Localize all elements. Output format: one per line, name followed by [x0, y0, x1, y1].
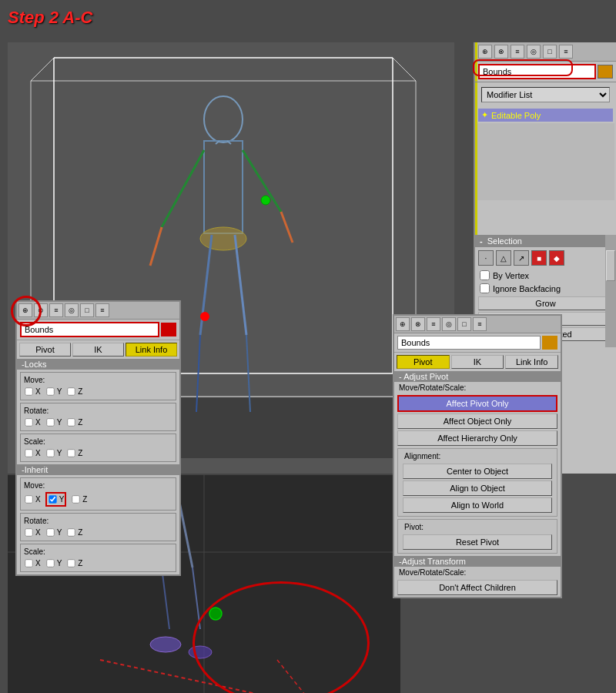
move-rotate-scale2-label: Move/Rotate/Scale: [394, 567, 561, 578]
locks-rotate-y-cb[interactable] [46, 418, 54, 426]
mp-toolbar-icon-4[interactable]: ◎ [442, 317, 456, 331]
locks-rotate-z-cb[interactable] [68, 418, 75, 426]
locks-move-x-cb[interactable] [25, 387, 32, 395]
sel-icon-dot[interactable]: · [478, 250, 494, 266]
scrollbar-thumb[interactable] [606, 250, 615, 281]
lp-toolbar-icon-3[interactable]: ≡ [49, 303, 63, 317]
toolbar-icon-5[interactable]: □ [543, 45, 557, 59]
locks-rotate-z: Z [66, 417, 82, 427]
mid-tab-pivot[interactable]: Pivot [397, 355, 450, 369]
tab-ik[interactable]: IK [72, 343, 124, 357]
inherit-scale-label: Scale: [24, 547, 172, 556]
tab-link-info[interactable]: Link Info [126, 343, 177, 357]
bounds-input-right[interactable]: Bounds [478, 64, 596, 79]
lp-toolbar-icon-1[interactable]: ⊕ [18, 303, 32, 317]
inherit-move-y-cb[interactable] [49, 495, 56, 503]
inherit-scale-x: X [24, 558, 41, 568]
affect-hierarchy-only-btn[interactable]: Affect Hierarchy Only [397, 430, 557, 446]
mid-panel-toolbar: ⊕ ⊗ ≡ ◎ □ ≡ [394, 316, 561, 333]
sel-icon-sq[interactable]: ■ [531, 250, 547, 266]
svg-rect-15 [204, 141, 243, 233]
toolbar-icon-6[interactable]: ≡ [559, 45, 573, 59]
locks-rotate-group: Rotate: X Y Z [20, 403, 176, 431]
lp-toolbar-icon-5[interactable]: □ [80, 303, 94, 317]
locks-scale-z-cb[interactable] [68, 449, 75, 457]
locks-scale-y-cb[interactable] [46, 449, 54, 457]
locks-scale-x: X [24, 448, 41, 458]
inherit-label: Inherit [25, 465, 49, 474]
locks-move-z-cb[interactable] [68, 387, 75, 395]
lp-toolbar-icon-6[interactable]: ≡ [95, 303, 109, 317]
inherit-scale-z-cb[interactable] [68, 559, 75, 567]
left-bounds-input[interactable] [20, 322, 159, 337]
mp-toolbar-icon-5[interactable]: □ [457, 317, 471, 331]
inherit-scale-y: Y [45, 558, 62, 568]
sel-icon-tri[interactable]: △ [496, 250, 511, 266]
locks-rotate-label: Rotate: [24, 407, 172, 415]
reset-pivot-btn[interactable]: Reset Pivot [403, 534, 552, 550]
inherit-rotate-label: Rotate: [24, 517, 172, 525]
selection-minus: - [480, 236, 483, 246]
inherit-rotate-group: Rotate: X Y Z [20, 513, 176, 541]
align-to-world-btn[interactable]: Align to World [403, 497, 552, 513]
adjust-transform-label: Adjust Transform [402, 557, 466, 566]
lp-toolbar-icon-2[interactable]: ⊗ [34, 303, 48, 317]
modifier-list-container: Modifier List [475, 82, 616, 107]
toolbar-icon-2[interactable]: ⊗ [494, 45, 508, 59]
toolbar-icon-3[interactable]: ≡ [511, 45, 524, 59]
locks-scale-group: Scale: X Y Z [20, 434, 176, 462]
mp-toolbar-icon-2[interactable]: ⊗ [411, 317, 425, 331]
inherit-rotate-y-cb[interactable] [46, 528, 54, 536]
svg-point-35 [150, 637, 181, 652]
tab-pivot[interactable]: Pivot [19, 343, 71, 357]
inherit-scale-x-cb[interactable] [25, 559, 32, 567]
modifier-list-dropdown[interactable]: Modifier List [481, 87, 610, 102]
mp-toolbar-icon-3[interactable]: ≡ [427, 317, 440, 331]
locks-scale-x-cb[interactable] [25, 449, 32, 457]
svg-line-22 [196, 335, 200, 412]
ignore-backfacing-checkbox[interactable] [480, 283, 490, 293]
inherit-move-x-cb[interactable] [25, 495, 32, 503]
editable-poly-item[interactable]: ✦ Editable Poly [478, 109, 613, 122]
ignore-backfacing-row: Ignore Backfacing [475, 282, 616, 295]
locks-move-y-cb[interactable] [46, 387, 54, 395]
affect-pivot-only-btn[interactable]: Affect Pivot Only [397, 395, 557, 412]
inherit-scale-y-cb[interactable] [46, 559, 54, 567]
lp-toolbar-icon-4[interactable]: ◎ [65, 303, 79, 317]
align-to-object-btn[interactable]: Align to Object [403, 480, 552, 496]
toolbar-icon-1[interactable]: ⊕ [478, 45, 492, 59]
by-vertex-row: By Vertex [475, 269, 616, 282]
mp-toolbar-icon-6[interactable]: ≡ [473, 317, 487, 331]
mid-tab-link-info[interactable]: Link Info [505, 355, 558, 369]
mid-bounds-input[interactable]: Bounds [397, 336, 541, 350]
inherit-move-z-cb[interactable] [72, 495, 80, 503]
main-viewport: Step 2 A-C [0, 0, 616, 693]
grow-button[interactable]: Grow [478, 296, 613, 310]
toolbar-icon-4[interactable]: ◎ [527, 45, 541, 59]
inherit-rotate-y: Y [45, 527, 62, 537]
mid-tab-ik[interactable]: IK [451, 355, 504, 369]
inherit-move-x: X [24, 494, 41, 504]
right-scrollbar[interactable] [605, 235, 616, 347]
bounds-field-right: Bounds [475, 62, 616, 82]
sel-icon-poly[interactable]: ◆ [549, 250, 564, 266]
mid-tab-row: Pivot IK Link Info [394, 353, 561, 371]
editable-poly-label: Editable Poly [491, 111, 541, 120]
sel-icon-curve[interactable]: ↗ [514, 250, 529, 266]
inherit-rotate-z-cb[interactable] [68, 528, 75, 536]
mid-color-box [542, 336, 557, 350]
pivot-subsection: Pivot: Reset Pivot [397, 519, 557, 554]
center-to-object-btn[interactable]: Center to Object [403, 464, 552, 479]
by-vertex-label: By Vertex [493, 271, 529, 280]
mp-toolbar-icon-1[interactable]: ⊕ [396, 317, 410, 331]
by-vertex-checkbox[interactable] [480, 270, 490, 280]
dont-affect-children-btn[interactable]: Don't Affect Children [397, 580, 557, 595]
locks-rotate-x-cb[interactable] [25, 418, 32, 426]
left-float-panel: ⊕ ⊗ ≡ ◎ □ ≡ Pivot IK Link Info - Locks M… [15, 300, 181, 576]
affect-object-only-btn[interactable]: Affect Object Only [397, 413, 557, 429]
locks-move-xyz: X Y Z [24, 387, 172, 397]
inherit-rotate-x-cb[interactable] [25, 528, 32, 536]
bounds-color-right [598, 65, 613, 79]
locks-scale-y: Y [45, 448, 62, 458]
locks-move-group: Move: X Y Z [20, 372, 176, 400]
